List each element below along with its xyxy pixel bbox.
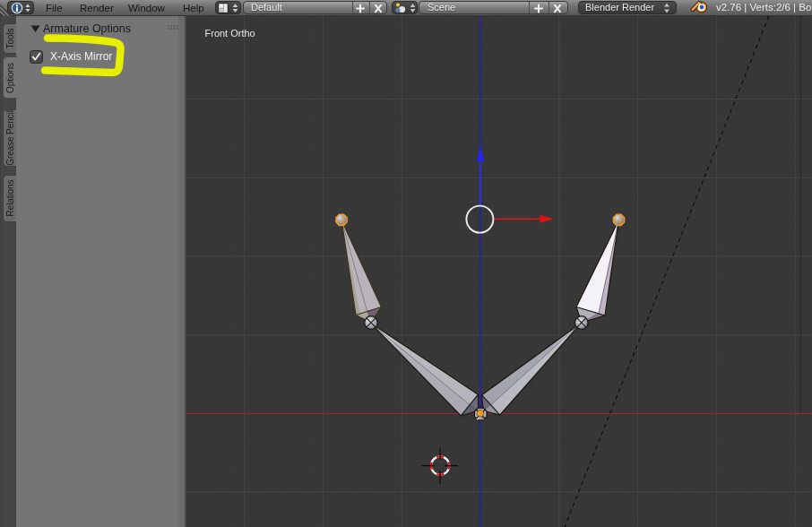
svg-text:Front Ortho: Front Ortho bbox=[205, 28, 255, 39]
